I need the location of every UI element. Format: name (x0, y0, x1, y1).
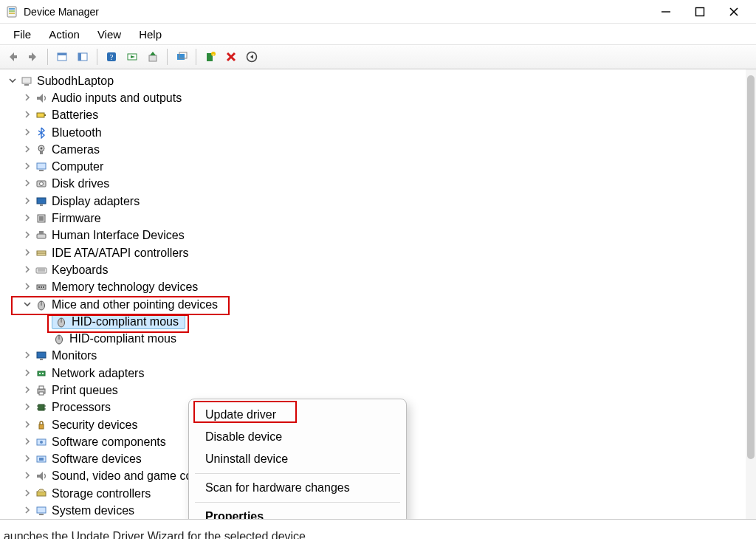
tree-item-mouse-2[interactable]: HID-compliant mous (3, 330, 753, 347)
tree-category-row[interactable]: Firmware (3, 210, 753, 227)
scan-hardware-button[interactable] (123, 47, 142, 66)
svg-rect-44 (39, 231, 44, 234)
storage-icon (34, 487, 49, 500)
tree-item-label: Monitors (52, 350, 101, 362)
tree-root-label: SubodhLaptop (37, 75, 118, 87)
svg-rect-2 (9, 10, 15, 12)
menu-file[interactable]: File (4, 27, 40, 42)
tree-category-mice[interactable]: Mice and other pointing devices (3, 296, 753, 313)
svg-rect-31 (44, 114, 46, 116)
tree-category-row[interactable]: Keyboards (3, 261, 753, 278)
chevron-right-icon[interactable] (21, 161, 34, 173)
menu-help[interactable]: Help (130, 27, 171, 42)
tree-item-label: Keyboards (52, 264, 113, 276)
chevron-right-icon[interactable] (21, 230, 34, 241)
chevron-right-icon[interactable] (21, 453, 34, 465)
close-button[interactable] (725, 3, 743, 21)
svg-rect-67 (39, 392, 44, 395)
update-driver-button[interactable] (143, 47, 162, 66)
context-disable-device[interactable]: Disable device (189, 426, 406, 448)
tree-item-label: Storage controllers (52, 488, 155, 500)
chevron-down-icon[interactable] (21, 299, 34, 311)
tree-category-row[interactable]: Monitors (3, 348, 753, 365)
chevron-right-icon[interactable] (21, 419, 34, 431)
chevron-right-icon[interactable] (21, 350, 34, 362)
tree-category-row[interactable]: Computer (3, 158, 753, 175)
bluetooth-icon (34, 126, 49, 140)
tree-category-row[interactable]: Batteries (3, 107, 753, 124)
svg-rect-63 (39, 373, 41, 374)
swcomp-icon (34, 435, 49, 449)
tree-item-label: IDE ATA/ATAPI controllers (52, 247, 193, 259)
maximize-button[interactable] (691, 3, 709, 21)
toolbar-separator (47, 49, 48, 65)
show-hidden-button[interactable] (172, 47, 191, 66)
tree-category-row[interactable]: Bluetooth (3, 124, 753, 141)
svg-rect-16 (149, 55, 157, 61)
status-text: Launches the Update Driver Wizard for th… (0, 530, 309, 539)
svg-rect-28 (24, 84, 29, 86)
context-properties[interactable]: Properties (189, 506, 406, 520)
tree-item-label: Computer (52, 161, 108, 173)
context-update-driver[interactable]: Update driver (189, 404, 406, 426)
chevron-right-icon[interactable] (21, 505, 34, 517)
window-controls (657, 3, 756, 21)
tree-category-row[interactable]: Display adapters (3, 193, 753, 210)
chevron-right-icon[interactable] (21, 92, 34, 104)
tree-category-row[interactable]: Human Interface Devices (3, 227, 753, 244)
chevron-right-icon[interactable] (21, 281, 34, 293)
tree-category-row[interactable]: Disk drives (3, 176, 753, 193)
svg-marker-78 (37, 472, 43, 481)
add-legacy-hardware-button[interactable]: + (201, 47, 220, 66)
chevron-right-icon[interactable] (21, 488, 34, 500)
svg-rect-34 (40, 151, 43, 154)
chevron-right-icon[interactable] (21, 436, 34, 448)
enable-device-button[interactable] (242, 47, 261, 66)
tree-item-label: Network adapters (52, 368, 148, 379)
chevron-down-icon[interactable] (6, 75, 19, 87)
svg-rect-60 (37, 352, 46, 358)
svg-rect-30 (37, 113, 44, 117)
menu-view[interactable]: View (89, 27, 130, 42)
forward-button[interactable] (24, 47, 43, 66)
chevron-right-icon[interactable] (21, 247, 34, 259)
device-tree-pane: SubodhLaptop Audio inputs and outputsBat… (0, 69, 756, 520)
memory-icon (34, 280, 49, 294)
context-scan-hardware[interactable]: Scan for hardware changes (189, 477, 406, 499)
chevron-right-icon[interactable] (21, 385, 34, 396)
properties-button[interactable] (52, 47, 72, 66)
tree-category-row[interactable]: Print queues (3, 382, 753, 399)
chevron-right-icon[interactable] (21, 109, 34, 121)
svg-rect-51 (38, 286, 40, 288)
tree-category-row[interactable]: Network adapters (3, 365, 753, 382)
tree-item-label: System devices (52, 505, 139, 517)
uninstall-device-button[interactable] (221, 47, 241, 66)
titlebar: Device Manager (0, 0, 756, 24)
chevron-right-icon[interactable] (21, 178, 34, 190)
chevron-right-icon[interactable] (21, 264, 34, 276)
chevron-right-icon[interactable] (21, 196, 34, 207)
tree-category-row[interactable]: IDE ATA/ATAPI controllers (3, 244, 753, 261)
minimize-button[interactable] (657, 3, 675, 21)
chevron-right-icon[interactable] (21, 127, 34, 139)
chevron-right-icon[interactable] (21, 144, 34, 156)
tree-category-row[interactable]: Audio inputs and outputs (3, 89, 753, 106)
chevron-right-icon[interactable] (21, 402, 34, 413)
svg-marker-17 (150, 52, 156, 55)
svg-marker-29 (37, 94, 43, 103)
menu-action[interactable]: Action (40, 27, 89, 42)
details-pane-button[interactable] (73, 47, 92, 66)
tree-root-row[interactable]: SubodhLaptop (3, 72, 753, 89)
chevron-right-icon[interactable] (21, 213, 34, 224)
system-icon (34, 504, 49, 517)
tree-item-mouse-1[interactable]: HID-compliant mous (3, 313, 753, 330)
help-button[interactable]: ? (102, 47, 121, 66)
tree-category-row[interactable]: Cameras (3, 141, 753, 158)
chevron-right-icon[interactable] (21, 368, 34, 379)
chevron-right-icon[interactable] (21, 470, 34, 482)
mouse-icon (54, 315, 69, 328)
back-button[interactable] (3, 47, 22, 66)
svg-rect-62 (38, 371, 45, 376)
context-uninstall-device[interactable]: Uninstall device (189, 448, 406, 470)
tree-category-row[interactable]: Memory technology devices (3, 279, 753, 296)
